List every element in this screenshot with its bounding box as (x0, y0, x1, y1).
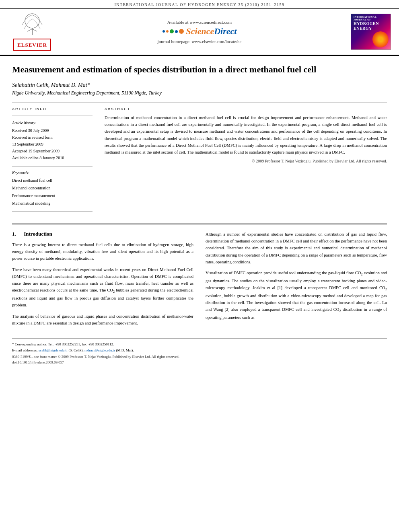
affiliation: Nigde University, Mechanical Engineering… (12, 90, 387, 96)
keyword-3: Performance measurement (12, 192, 93, 199)
keyword-2: Methanol concentration (12, 184, 93, 192)
journal-name: INTERNATIONAL JOURNAL OF HYDROGEN ENERGY… (114, 2, 284, 7)
body-para-3: The analysis of behavior of gaseous and … (12, 313, 193, 327)
elsevier-text: ELSEVIER (17, 42, 47, 48)
article-info-heading: ARTICLE INFO (12, 107, 93, 111)
corresponding-note: * Corresponding author. Tel.: +90 388225… (12, 342, 114, 346)
section1-label: Introduction (24, 231, 52, 237)
journal-header-bar: INTERNATIONAL JOURNAL OF HYDROGEN ENERGY… (0, 0, 399, 9)
body-para-5: Visualization of DMFC operation provide … (206, 269, 387, 321)
email-1-link[interactable]: scelik@nigde.edu.tr (39, 348, 68, 352)
email-label: E-mail addresses: (12, 348, 38, 352)
sciencedirect-text: ScienceDirect (186, 26, 237, 37)
email-2-author: (M.D. Mat). (116, 348, 134, 352)
body-right-col: Although a number of experimental studie… (206, 231, 387, 331)
body-para-2: There have been many theoretical and exp… (12, 266, 193, 309)
received-date: Received 30 July 2009 (12, 128, 49, 133)
divider-kw (12, 166, 93, 166)
history-label: Article history: (12, 119, 93, 126)
journal-masthead: ELSEVIER Available at www.sciencedirect.… (0, 9, 399, 56)
journal-cover-area: International Journal of HYDROGEN ENERGY (343, 14, 391, 50)
authors: Selahattin Celik, Mahmut D. Mat* (12, 82, 387, 88)
online-date: Available online 8 January 2010 (12, 156, 64, 160)
journal-cover-image: International Journal of HYDROGEN ENERGY (351, 14, 391, 50)
section1-title: 1. Introduction (12, 231, 193, 237)
email-2-link[interactable]: mdmat@nigde.edu.tr (84, 348, 115, 352)
sd-dot-4 (175, 30, 178, 33)
abstract-heading: ABSTRACT (105, 107, 387, 111)
section1-number: 1. (12, 231, 16, 237)
body-left-col: 1. Introduction There is a growing inter… (12, 231, 193, 331)
keywords-list: Direct methanol fuel cell Methanol conce… (12, 177, 93, 207)
available-text: Available at www.sciencedirect.com (56, 20, 343, 25)
copyright-line: © 2009 Professor T. Nejat Veziroglu. Pub… (105, 159, 387, 163)
sciencedirect-logo: ScienceDirect (56, 26, 343, 37)
article-info-abstract: ARTICLE INFO Article history: Received 3… (12, 107, 387, 216)
keyword-1: Direct methanol fuel cell (12, 177, 93, 184)
svg-line-2 (27, 29, 32, 31)
svg-point-0 (25, 14, 39, 28)
svg-line-3 (32, 29, 37, 31)
article-content: Measurement and estimation of species di… (0, 56, 399, 372)
abstract-text: Determination of methanol concentration … (105, 114, 387, 156)
elsevier-tree-icon (16, 13, 48, 37)
revised-label: Received in revised form (12, 135, 53, 140)
body-para-1: There is a growing interest to direct me… (12, 241, 193, 262)
elsevier-logo: ELSEVIER (8, 13, 56, 51)
direct-part: Direct (214, 26, 237, 36)
keywords-label: Keywords: (12, 170, 93, 175)
sd-dot-3 (170, 29, 174, 33)
sd-icon (162, 29, 184, 34)
keywords-section: Keywords: Direct methanol fuel cell Meth… (12, 170, 93, 207)
abstract-column: ABSTRACT Determination of methanol conce… (105, 107, 387, 216)
body-text-area: 1. Introduction There is a growing inter… (12, 231, 387, 331)
sciencedirect-center: Available at www.sciencedirect.com Scien… (56, 20, 343, 44)
body-para-4: Although a number of experimental studie… (206, 231, 387, 266)
divider-kw-end (12, 211, 93, 212)
elsevier-label-box: ELSEVIER (13, 39, 51, 51)
footer-doi: doi:10.1016/j.ijhydene.2009.09.057 (12, 360, 387, 364)
accepted-date: Accepted 19 September 2009 (12, 149, 60, 153)
science-part: Science (186, 26, 214, 36)
article-history: Article history: Received 30 July 2009 R… (12, 119, 93, 161)
footer-section: * Corresponding author. Tel.: +90 388225… (12, 339, 387, 364)
cover-decoration (372, 31, 389, 47)
footer-issn: 0360-3199/$ – see front matter © 2009 Pr… (12, 355, 387, 359)
footer-corresponding: * Corresponding author. Tel.: +90 388225… (12, 341, 387, 347)
article-title: Measurement and estimation of species di… (12, 64, 387, 76)
footer-emails: E-mail addresses: scelik@nigde.edu.tr (S… (12, 347, 387, 353)
revised-date: 13 September 2009 (12, 142, 43, 146)
journal-url: journal homepage: www.elsevier.com/locat… (56, 39, 343, 44)
divider-1 (12, 103, 387, 103)
divider-ai (12, 115, 93, 115)
sd-dot-5 (179, 29, 184, 34)
sd-dot-1 (162, 30, 165, 33)
body-divider (12, 224, 387, 224)
email-1-author: (S. Celik), (69, 348, 84, 352)
keyword-4: Mathematical modeling (12, 199, 93, 207)
sd-dot-2 (166, 30, 169, 33)
article-info-column: ARTICLE INFO Article history: Received 3… (12, 107, 93, 216)
cover-title: International Journal of HYDROGEN ENERGY (354, 16, 388, 31)
